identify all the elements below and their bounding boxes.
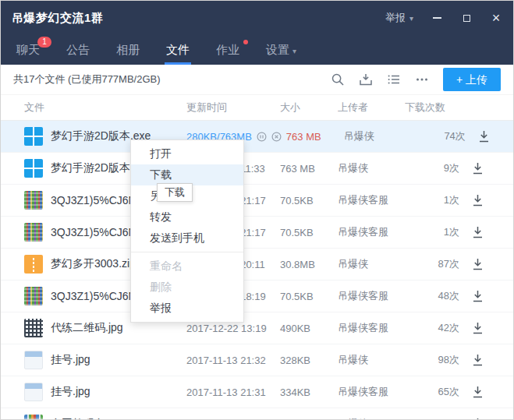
table-row[interactable]: 代练二维码.jpg2017-12-22 13:19490KB吊爆侠客服42次	[1, 312, 513, 344]
table-row[interactable]: 多开教程.jpg2017-09-18 14:24218KB吊爆侠862次	[1, 408, 513, 420]
download-button[interactable]	[472, 258, 484, 270]
table-row[interactable]: 梦幻多开3003.zip2017-11-13 20:1130.8MB吊爆侠87次	[1, 249, 513, 281]
download-button[interactable]	[472, 354, 484, 366]
download-count: 87次	[438, 258, 459, 270]
menu-item-report[interactable]: 举报	[131, 298, 243, 319]
tab-settings[interactable]: 设置▾	[257, 35, 306, 65]
download-tooltip: 下载	[157, 183, 193, 202]
tab-label: 作业	[216, 43, 239, 56]
download-button[interactable]	[472, 226, 484, 238]
file-name: 3QJ3Z1)5%CJ6N	[51, 226, 136, 238]
file-size: 328KB	[280, 355, 310, 366]
cancel-download-icon[interactable]	[271, 132, 282, 142]
file-size: 30.8MB	[280, 259, 315, 270]
download-button[interactable]	[472, 290, 484, 302]
table-row[interactable]: 挂号.jpg2017-11-13 21:32328KB吊爆侠98次	[1, 344, 513, 376]
download-count: 1次	[444, 194, 459, 206]
tab-files[interactable]: 文件	[157, 35, 199, 65]
table-row[interactable]: 3QJ3Z1)5%CJ6N2017-11-13 18:1970.5KB吊爆侠客服…	[1, 281, 513, 312]
image-thumbnail-icon	[24, 223, 43, 242]
table-row[interactable]: 梦幻手游2D版本.exe280KB/763MB763 MB吊爆侠74次	[1, 121, 513, 153]
close-icon: ×	[492, 12, 501, 24]
file-cell: 挂号.jpg	[1, 351, 186, 369]
file-size: 490KB	[280, 323, 310, 334]
download-button[interactable]	[472, 162, 484, 175]
uploader-cell: 吊爆侠	[331, 161, 399, 175]
uploader-name: 吊爆侠客服	[338, 290, 388, 302]
download-count-cell: 1次	[399, 225, 461, 239]
time-cell: 2017-11-13 21:32	[186, 355, 275, 366]
zip-archive-icon	[24, 255, 43, 274]
file-size: 763 MB	[280, 163, 315, 175]
actions-cell	[461, 386, 513, 398]
download-count: 98次	[438, 354, 459, 365]
download-count-cell: 1次	[399, 193, 461, 207]
menu-item-download[interactable]: 下载	[131, 164, 243, 185]
search-button[interactable]	[331, 72, 345, 86]
image-thumbnail-icon	[24, 383, 43, 401]
list-view-button[interactable]	[387, 72, 401, 86]
tab-homework[interactable]: 作业	[207, 35, 249, 65]
download-count: 9次	[444, 162, 459, 174]
unread-count-badge: 1	[37, 37, 51, 48]
table-row[interactable]: 梦幻手游2D版本.exe2017-11-13 11:33763 MB吊爆侠9次	[1, 153, 513, 185]
table-row[interactable]: 3QJ3Z1)5%CJ6N2017-11-13 21:1770.5KB吊爆侠客服…	[1, 217, 513, 249]
download-button[interactable]	[472, 322, 484, 334]
download-button[interactable]	[472, 386, 484, 398]
more-options-button[interactable]	[415, 72, 429, 86]
image-thumbnail-icon	[24, 287, 43, 305]
download-button[interactable]	[478, 130, 490, 143]
file-name: 挂号.jpg	[51, 385, 90, 399]
table-header: 文件更新时间大小上传者下载次数	[1, 95, 513, 121]
uploader-name: 吊爆侠客服	[338, 194, 388, 206]
window-top-area: 吊爆梦幻交流1群 举报 ▾ × 聊天1公告相册文件作业设置▾	[1, 1, 513, 65]
file-name: 梦幻多开3003.zip	[51, 257, 136, 271]
file-size: 70.5KB	[280, 195, 314, 206]
size-cell: 490KB	[275, 323, 331, 334]
file-size: 70.5KB	[280, 291, 314, 302]
column-header-label: 大小	[280, 101, 300, 113]
actions-cell	[461, 162, 513, 175]
minimize-button[interactable]	[431, 12, 443, 24]
uploader-cell: 吊爆侠客服	[331, 289, 399, 303]
uploader-name: 吊爆侠	[338, 162, 368, 174]
image-thumbnail-icon	[24, 351, 43, 369]
maximize-button[interactable]	[460, 12, 473, 24]
tab-label: 相册	[116, 43, 140, 56]
table-row[interactable]: 3QJ3Z1)5%CJ6N2017-11-13 21:1770.5KB吊爆侠客服…	[1, 185, 513, 217]
report-button[interactable]: 举报 ▾	[385, 11, 413, 25]
tab-album[interactable]: 相册	[107, 35, 149, 65]
download-manager-button[interactable]	[359, 72, 373, 86]
pause-download-icon[interactable]	[257, 132, 267, 142]
actions-cell	[461, 290, 513, 302]
tab-bar: 聊天1公告相册文件作业设置▾	[1, 35, 513, 65]
tab-chat[interactable]: 聊天1	[7, 35, 49, 65]
file-updated-time: 2017-11-13 21:31	[186, 386, 266, 398]
menu-item-label: 转发	[150, 210, 172, 223]
upload-button[interactable]: + 上传	[443, 68, 501, 91]
uploader-name: 吊爆侠	[338, 258, 368, 270]
column-header: 上传者	[331, 101, 399, 115]
file-name: 代练二维码.jpg	[51, 321, 123, 335]
caret-down-icon: ▾	[292, 47, 296, 55]
tab-label: 公告	[66, 43, 90, 56]
download-button[interactable]	[472, 194, 484, 206]
titlebar-controls: 举报 ▾ ×	[385, 11, 502, 25]
file-count-summary: 共17个文件 (已使用777MB/2GB)	[13, 72, 161, 86]
tab-announcement[interactable]: 公告	[57, 35, 99, 65]
uploader-cell: 吊爆侠客服	[331, 225, 399, 239]
size-cell: 763 MB	[275, 163, 331, 175]
table-row[interactable]: 挂号.jpg2017-11-13 21:31334KB吊爆侠客服65次	[1, 376, 513, 408]
download-count-cell: 42次	[399, 321, 461, 335]
menu-item-send-to-phone[interactable]: 发送到手机	[131, 228, 243, 249]
list-view-icon	[387, 72, 401, 86]
download-count-cell: 9次	[399, 161, 461, 175]
size-cell: 328KB	[275, 355, 331, 366]
column-header-label: 上传者	[338, 101, 368, 113]
menu-item-open[interactable]: 打开	[131, 143, 243, 164]
file-name: 多开教程.jpg	[51, 417, 112, 420]
menu-item-forward[interactable]: 转发	[131, 206, 243, 228]
close-button[interactable]: ×	[490, 12, 502, 24]
file-name: 3QJ3Z1)5%CJ6N	[51, 290, 136, 302]
download-count: 42次	[438, 322, 459, 334]
